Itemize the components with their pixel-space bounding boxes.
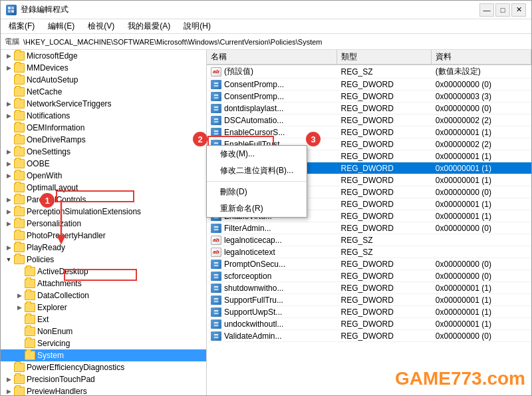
table-row[interactable]: shutdownwitho... REG_DWORD 0x00000001 (1… xyxy=(207,282,531,294)
reg-type: REG_DWORD xyxy=(337,174,432,186)
folder-icon xyxy=(14,51,25,61)
table-row[interactable]: ConsentPromp... REG_DWORD 0x00000000 (0) xyxy=(207,79,531,91)
folder-icon xyxy=(14,63,25,73)
right-panel[interactable]: 名稱 類型 資料 ab(預設值) REG_SZ (數值未設定) ConsentP… xyxy=(207,50,531,395)
folder-icon xyxy=(25,267,35,276)
reg-name: FilterAdmin... xyxy=(207,222,337,234)
table-row[interactable]: ablegalnoticecap... REG_SZ xyxy=(207,234,531,246)
context-menu-item-1[interactable]: 修改二進位資料(B)... xyxy=(207,162,307,179)
tree-item-NetCache[interactable]: NetCache xyxy=(1,86,206,98)
table-row[interactable]: scforceoption REG_DWORD 0x00000000 (0) xyxy=(207,270,531,282)
table-row[interactable]: SupportUwpSt... REG_DWORD 0x00000001 (1) xyxy=(207,306,531,318)
tree-item-PowerEfficiencyDiagnostics[interactable]: PowerEfficiencyDiagnostics xyxy=(1,361,206,373)
tree-item-Notifications[interactable]: ▶Notifications xyxy=(1,110,206,122)
reg-name: ablegalnoticecap... xyxy=(207,234,337,246)
svg-rect-11 xyxy=(214,106,218,108)
tree-label: Policies xyxy=(27,255,54,264)
tree-item-PhotoPropertyHandler[interactable]: PhotoPropertyHandler xyxy=(1,230,206,242)
folder-icon xyxy=(14,147,25,156)
tree-item-System[interactable]: System xyxy=(1,349,206,361)
tree-item-MicrosoftEdge[interactable]: ▶MicrosoftEdge xyxy=(1,50,206,62)
tree-item-OpenWith[interactable]: ▶OpenWith xyxy=(1,170,206,182)
folder-icon xyxy=(14,87,25,97)
minimize-button[interactable]: — xyxy=(479,3,494,17)
tree-item-Personalization[interactable]: ▶Personalization xyxy=(1,218,206,230)
tree-label: OOBE xyxy=(27,159,50,168)
tree-item-ParentalControls[interactable]: ▶ParentalControls xyxy=(1,194,206,206)
table-row[interactable]: SupportFullTru... REG_DWORD 0x00000001 (… xyxy=(207,294,531,306)
tree-item-Servicing[interactable]: Servicing xyxy=(1,337,206,349)
reg-name: shutdownwitho... xyxy=(207,282,337,294)
folder-icon xyxy=(25,339,35,348)
tree-item-OneSettings[interactable]: ▶OneSettings xyxy=(1,146,206,158)
tree-item-Explorer[interactable]: ▶Explorer xyxy=(1,301,206,313)
tree-arrow xyxy=(3,362,14,373)
context-menu-item-2[interactable]: 刪除(D) xyxy=(207,184,307,200)
reg-data: 0x00000001 (1) xyxy=(432,174,531,186)
reg-data: 0x00000001 (1) xyxy=(432,318,531,330)
tree-item-NcdAutoSetup[interactable]: NcdAutoSetup xyxy=(1,74,206,86)
reg-type: REG_DWORD xyxy=(337,222,432,234)
menu-favorites[interactable]: 我的最愛(A) xyxy=(122,19,176,33)
context-menu-item-3[interactable]: 重新命名(R) xyxy=(207,200,307,217)
tree-arrow: ▶ xyxy=(3,51,14,61)
tree-arrow: ▶ xyxy=(3,158,14,169)
menu-help[interactable]: 說明(H) xyxy=(178,19,216,33)
folder-icon xyxy=(14,387,25,395)
table-row[interactable]: undockwithoutl... REG_DWORD 0x00000001 (… xyxy=(207,318,531,330)
tree-item-NetworkServiceTriggers[interactable]: ▶NetworkServiceTriggers xyxy=(1,98,206,110)
reg-icon-dword xyxy=(211,296,221,305)
tree-item-OneDriveRamps[interactable]: OneDriveRamps xyxy=(1,134,206,146)
tree-item-MMDevices[interactable]: ▶MMDevices xyxy=(1,62,206,74)
table-row[interactable]: EnableCursorS... REG_DWORD 0x00000001 (1… xyxy=(207,126,531,138)
maximize-button[interactable]: □ xyxy=(495,3,510,17)
reg-name: DSCAutomatio... xyxy=(207,114,337,126)
reg-data: 0x00000001 (1) xyxy=(432,162,531,174)
tree-item-OOBE[interactable]: ▶OOBE xyxy=(1,158,206,170)
left-panel[interactable]: ▶MicrosoftEdge▶MMDevicesNcdAutoSetupNetC… xyxy=(1,50,207,395)
folder-icon xyxy=(14,123,25,132)
tree-item-Ext[interactable]: Ext xyxy=(1,313,206,325)
arrow-1 xyxy=(55,200,68,248)
tree-arrow: ▶ xyxy=(3,374,14,385)
tree-item-PerceptionSimulationExtensions[interactable]: ▶PerceptionSimulationExtensions xyxy=(1,206,206,218)
tree-label: Ext xyxy=(37,315,49,324)
table-row[interactable]: ab(預設值) REG_SZ (數值未設定) xyxy=(207,65,531,79)
context-menu-item-0[interactable]: 修改(M)... xyxy=(207,146,307,162)
folder-icon xyxy=(25,315,35,324)
tree-arrow xyxy=(3,87,14,97)
tree-item-Policies[interactable]: ▼Policies xyxy=(1,254,206,266)
tree-item-PreviewHandlers[interactable]: ▶PreviewHandlers xyxy=(1,385,206,395)
menu-edit[interactable]: 編輯(E) xyxy=(43,19,80,33)
table-row[interactable]: FilterAdmin... REG_DWORD 0x00000000 (0) xyxy=(207,222,531,234)
tree-item-Attachments[interactable]: Attachments xyxy=(1,278,206,290)
tree-label: NonEnum xyxy=(37,327,72,336)
table-row[interactable]: ablegalnoticetext REG_SZ xyxy=(207,246,531,258)
tree-item-ActiveDesktop[interactable]: ActiveDesktop xyxy=(1,266,206,278)
svg-rect-12 xyxy=(214,109,218,110)
tree-item-DataCollection[interactable]: ▶DataCollection xyxy=(1,290,206,301)
menu-view[interactable]: 檢視(V) xyxy=(82,19,120,33)
folder-icon xyxy=(14,231,25,240)
folder-icon xyxy=(14,135,25,144)
window-title: 登錄編輯程式 xyxy=(21,4,68,15)
tree-item-NonEnum[interactable]: NonEnum xyxy=(1,325,206,337)
reg-icon-dword xyxy=(211,224,221,233)
menu-file[interactable]: 檔案(F) xyxy=(3,19,40,33)
tree-item-PlayReady[interactable]: ▶PlayReady xyxy=(1,242,206,254)
reg-data: 0x00000001 (1) xyxy=(432,282,531,294)
tree-item-OptimalLayout[interactable]: OptimalLayout xyxy=(1,182,206,194)
reg-data: 0x00000001 (1) xyxy=(432,126,531,138)
table-row[interactable]: ValidateAdmin... REG_DWORD 0x00000000 (0… xyxy=(207,330,531,342)
table-row[interactable]: DSCAutomatio... REG_DWORD 0x00000002 (2) xyxy=(207,114,531,126)
table-row[interactable]: dontdisplaylast... REG_DWORD 0x00000000 … xyxy=(207,102,531,114)
reg-icon-dword xyxy=(211,307,221,317)
svg-rect-41 xyxy=(214,226,218,228)
tree-label: MicrosoftEdge xyxy=(27,51,78,61)
tree-item-OEMInformation[interactable]: OEMInformation xyxy=(1,122,206,134)
reg-data: 0x00000001 (1) xyxy=(432,294,531,306)
table-row[interactable]: PromptOnSecu... REG_DWORD 0x00000000 (0) xyxy=(207,258,531,270)
close-button[interactable]: ✕ xyxy=(511,3,526,17)
table-row[interactable]: ConsentPromp... REG_DWORD 0x00000003 (3) xyxy=(207,91,531,102)
tree-item-PrecisionTouchPad[interactable]: ▶PrecisionTouchPad xyxy=(1,373,206,385)
